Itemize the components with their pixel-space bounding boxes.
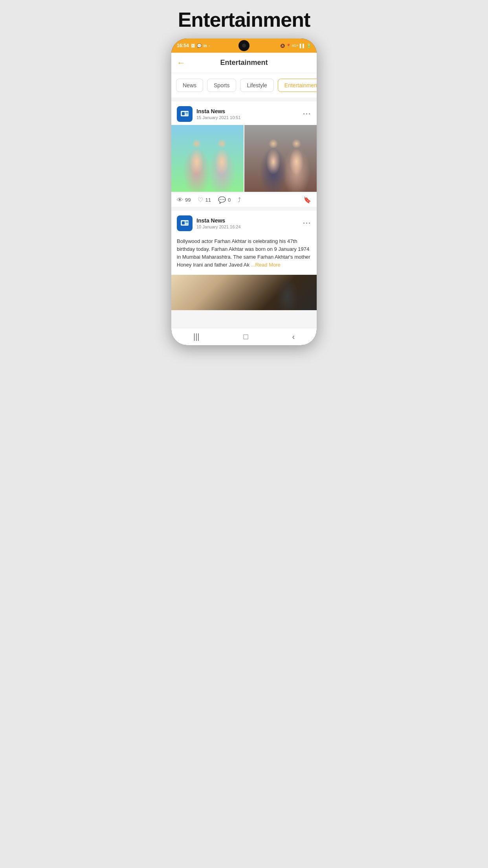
status-whatsapp-icon: 💬 [197,44,202,48]
card-1-image-right [244,125,317,192]
battery-icon: 🔋 [306,44,311,48]
views-icon: 👁 [177,197,183,204]
svg-rect-5 [182,221,185,224]
feed-card-2: Insta News 10 January 2021 16:24 ··· Bol… [171,211,317,310]
views-count: 99 [185,197,191,203]
bookmark-icon: 🔖 [303,197,311,203]
bottom-nav: ||| □ ‹ [171,328,317,345]
status-bar-right: 🔕 📍 4G+ ▌▌ 🔋 [280,44,311,48]
partial-image-figure [270,275,305,310]
card-2-source-info: Insta News 10 January 2021 16:24 [196,217,241,229]
phone-frame: 16:54 🖼 💬 in • 🔕 📍 4G+ ▌▌ 🔋 ← Ent [171,39,317,345]
tab-lifestyle[interactable]: Lifestyle [240,79,273,92]
svg-rect-1 [182,112,185,115]
signal-icon: 🔕 [280,44,285,48]
header-title: Entertainment [220,59,268,67]
card-1-more-button[interactable]: ··· [303,110,311,118]
svg-rect-6 [185,221,188,223]
svg-rect-2 [185,112,188,114]
card-1-figure-right [244,125,317,192]
svg-rect-3 [185,114,188,115]
app-header: ← Entertainment [171,53,317,73]
card-2-more-button[interactable]: ··· [303,219,311,228]
read-more-link[interactable]: ...Read More [251,262,281,268]
card-1-image-left [171,125,244,192]
card-1-image-gallery [171,125,317,192]
card-1-share[interactable]: ⤴ [238,197,241,204]
card-2-partial-image [171,275,317,310]
tab-news[interactable]: News [176,79,203,92]
card-1-comments[interactable]: 💬 0 [218,196,231,204]
card-1-figure-left [171,125,244,192]
card-1-source-name: Insta News [196,108,241,114]
card-1-header: Insta News 15 January 2021 10:51 ··· [171,101,317,125]
instafeed-logo-svg-2 [180,219,189,228]
tabs-container: News Sports Lifestyle Entertainment [171,73,317,97]
camera-dot [242,44,246,48]
like-icon: ♡ [198,196,203,204]
likes-count: 11 [205,197,211,203]
page-heading: Entertainment [178,8,310,31]
comments-count: 0 [228,197,231,203]
feed-section: Insta News 15 January 2021 10:51 ··· [171,97,317,318]
status-dot: • [209,44,210,48]
share-icon: ⤴ [238,197,241,204]
svg-rect-7 [185,224,188,224]
card-1-source-info: Insta News 15 January 2021 10:51 [196,108,241,120]
card-1-source-date: 15 January 2021 10:51 [196,115,241,120]
nav-menu-button[interactable]: ||| [185,329,207,344]
tab-sports[interactable]: Sports [207,79,236,92]
status-linkedin-icon: in [204,44,207,48]
app-content: ← Entertainment News Sports Lifestyle En… [171,53,317,328]
instafeed-logo-svg [180,109,189,119]
card-1-bookmark[interactable]: 🔖 [303,196,311,204]
article-body: Bollywood actor Farhan Akhtar is celebra… [177,238,310,268]
tab-entertainment[interactable]: Entertainment [278,79,317,92]
feed-card-1: Insta News 15 January 2021 10:51 ··· [171,101,317,207]
card-2-source: Insta News 10 January 2021 16:24 [177,215,241,231]
card-2-logo [177,215,193,231]
card-2-source-date: 10 January 2021 16:24 [196,224,241,229]
card-1-logo [177,106,193,122]
card-1-actions: 👁 99 ♡ 11 💬 0 ⤴ [171,193,317,207]
status-bar: 16:54 🖼 💬 in • 🔕 📍 4G+ ▌▌ 🔋 [171,39,317,53]
nav-back-button[interactable]: ‹ [284,329,303,344]
card-1-source: Insta News 15 January 2021 10:51 [177,106,241,122]
card-2-source-name: Insta News [196,217,241,224]
card-2-header: Insta News 10 January 2021 16:24 ··· [171,211,317,234]
status-bar-left: 16:54 🖼 💬 in • [177,43,210,48]
card-1-likes[interactable]: ♡ 11 [198,196,211,204]
back-button[interactable]: ← [177,58,185,68]
comment-icon: 💬 [218,196,226,204]
status-photo-icon: 🖼 [191,44,195,48]
camera-notch [238,40,250,51]
card-1-views[interactable]: 👁 99 [177,197,191,204]
network-icon: 4G+ [292,44,299,48]
card-2-article-text: Bollywood actor Farhan Akhtar is celebra… [171,234,317,275]
location-icon: 📍 [286,44,291,48]
nav-home-button[interactable]: □ [235,329,256,344]
signal-bars-icon: ▌▌ [300,44,305,48]
status-time: 16:54 [177,43,189,48]
